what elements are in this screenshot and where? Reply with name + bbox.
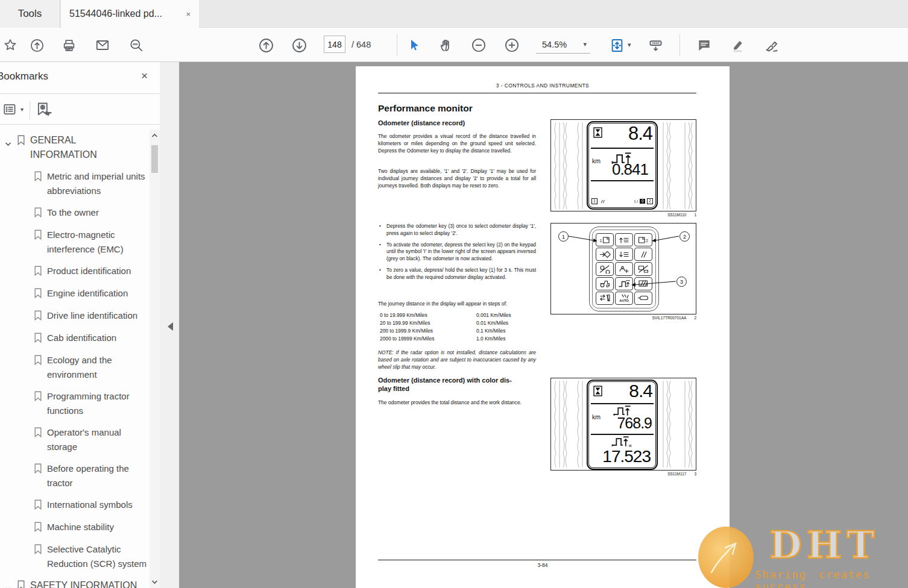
bookmark-item[interactable]: Before operating the tractor: [22, 461, 150, 490]
search-button[interactable]: [127, 36, 145, 54]
chevron-down-icon[interactable]: ▾: [628, 41, 631, 49]
bookmark-label: Selective Catalytic Reduction (SCR) syst…: [47, 542, 150, 571]
bookmark-item[interactable]: Machine stability: [22, 520, 150, 535]
bookmark-item[interactable]: Drive line identification: [22, 308, 150, 324]
range-cell: 2000 to 19999 Km/Miles: [380, 335, 476, 343]
pdf-page: 3 - CONTROLS AND INSTRUMENTS Performance…: [356, 66, 730, 588]
figure-keypad: 1 2 AUTO 1 2 3: [550, 223, 696, 314]
keypad: 1 2 AUTO: [589, 227, 659, 311]
panel-collapse-icon[interactable]: [168, 322, 173, 331]
bookmark-item[interactable]: Engine identification: [22, 286, 150, 301]
zoom-out-button[interactable]: [470, 36, 488, 54]
bookmark-label: International symbols: [47, 498, 150, 512]
bookmark-icon: [33, 542, 43, 557]
scrollbar-thumb[interactable]: [151, 145, 158, 173]
hide-toolbar-button[interactable]: [646, 36, 664, 54]
minus-circle-icon: [471, 37, 487, 53]
zoom-in-button[interactable]: [503, 36, 521, 54]
print-button[interactable]: [60, 36, 78, 54]
bookmark-item[interactable]: International symbols: [22, 498, 150, 513]
bookmark-item[interactable]: Electro-magnetic interference (EMC): [22, 228, 150, 257]
bookmark-icon: [33, 228, 43, 242]
key-scroll-up: [615, 233, 633, 246]
note-paragraph: NOTE: If the radar option is not install…: [378, 349, 536, 371]
main-toolbar: / 648 54.5% ▾ ▾: [0, 28, 908, 62]
arrow-up-circle-icon: [258, 37, 274, 54]
bookmark-icon: [33, 308, 43, 323]
list-item: To activate the odometer, depress the se…: [378, 242, 536, 263]
watermark-arrow-icon: [698, 527, 754, 588]
steps-intro: The journey distance in the display will…: [378, 301, 507, 307]
envelope-icon: [95, 37, 110, 53]
zoom-level-dropdown[interactable]: 54.5% ▾: [536, 36, 590, 54]
previous-page-button[interactable]: [257, 36, 275, 54]
table-row: 2000 to 19999 Km/Miles1.0 Km/Miles: [380, 335, 511, 343]
email-button[interactable]: [93, 36, 112, 54]
page-number-input[interactable]: [324, 36, 345, 53]
odometer-work-symbol-icon: w: [588, 436, 657, 448]
highlight-button[interactable]: [729, 36, 747, 54]
bookmarks-list: GENERAL INFORMATION Metric and imperial …: [5, 130, 150, 588]
bookmark-icon: [33, 286, 43, 301]
bookmark-item[interactable]: SAFETY INFORMATION: [5, 578, 150, 588]
bookmark-icon: [33, 498, 43, 512]
zoom-level-value: 54.5%: [542, 40, 567, 49]
chevron-down-icon[interactable]: [5, 133, 12, 149]
bookmark-item[interactable]: Product identification: [22, 264, 150, 279]
chevron-down-icon[interactable]: ▾: [20, 106, 24, 113]
bookmark-label: To the owner: [47, 205, 150, 220]
figure-caption: SS11M1173: [550, 472, 696, 476]
key-scroll-down: [615, 248, 633, 261]
key-display-1: 1: [596, 233, 614, 246]
tab-close-icon[interactable]: ×: [186, 10, 191, 19]
key-pto: [596, 262, 614, 275]
bookmarks-scrollbar[interactable]: [150, 130, 160, 588]
bookmark-options-button[interactable]: [2, 102, 18, 120]
select-tool-button[interactable]: [405, 36, 423, 54]
comment-button[interactable]: [695, 36, 713, 54]
lcd-divider: [591, 180, 654, 181]
bookmark-item[interactable]: Operator's manual storage: [22, 425, 150, 454]
chevron-down-icon[interactable]: [5, 578, 12, 588]
toolbar-divider: [397, 34, 397, 56]
share-upload-button[interactable]: [28, 36, 46, 54]
header-rule: [378, 93, 696, 93]
scroll-down-icon: [151, 580, 158, 584]
search-icon: [128, 37, 144, 53]
watermark-brand: DHT: [769, 523, 879, 567]
divider: [0, 124, 160, 125]
bookmark-item[interactable]: Cab identification: [22, 331, 150, 346]
favorites-star-button[interactable]: [1, 36, 19, 54]
bookmark-icon: [33, 425, 43, 440]
bookmark-item[interactable]: To the owner: [22, 205, 150, 220]
tab-document[interactable]: 51544046-linked pd... ×: [61, 0, 199, 28]
work-distance-value: 17.523: [602, 447, 651, 466]
list-item: Depress the odometer key (3) once to sel…: [378, 223, 536, 237]
bookmark-label: Machine stability: [47, 520, 150, 534]
bookmark-item[interactable]: Programming tractor functions: [22, 389, 150, 418]
mode-prefix: I /: [634, 199, 638, 204]
tab-document-label: 51544046-linked pd...: [69, 8, 162, 19]
bookmarks-panel: Bookmarks × ▾ GENERAL INFORMATION Metric…: [0, 62, 179, 588]
key-enter-select: [596, 248, 614, 261]
key-display-2: 2: [634, 233, 652, 246]
display-2-indicator: 2: [647, 198, 653, 204]
range-cell: 0 to 19.999 Km/Miles: [380, 311, 476, 319]
callout-2: 2: [679, 231, 690, 242]
bookmark-item[interactable]: GENERAL INFORMATION: [5, 133, 150, 162]
bookmark-item[interactable]: Ecology and the environment: [22, 353, 150, 382]
fill-sign-button[interactable]: [763, 36, 781, 54]
hand-tool-button[interactable]: [437, 36, 455, 54]
new-bookmark-button[interactable]: [35, 101, 52, 120]
bookmark-label: Drive line identification: [47, 308, 150, 323]
bookmarks-close-icon[interactable]: ×: [141, 69, 148, 83]
list-item: To zero a value, depress/ hold the selec…: [378, 267, 536, 281]
bookmark-item[interactable]: Selective Catalytic Reduction (SCR) syst…: [22, 542, 150, 571]
tab-tools[interactable]: Tools: [0, 0, 60, 28]
bookmark-item[interactable]: Metric and imperial units abbreviations: [22, 169, 150, 198]
hourglass-icon: [593, 386, 602, 396]
key-power-socket: [634, 292, 652, 305]
fit-page-button[interactable]: [608, 36, 626, 54]
next-page-button[interactable]: [290, 36, 308, 54]
unit-label: km: [592, 413, 601, 421]
